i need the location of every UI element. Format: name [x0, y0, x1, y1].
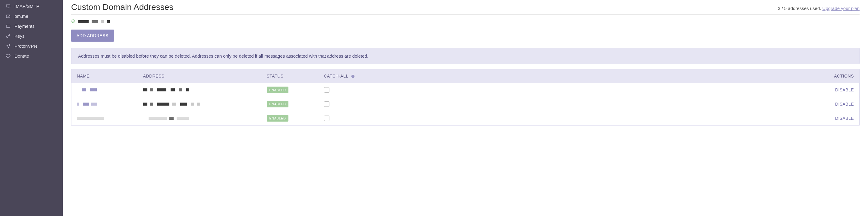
redacted-text	[191, 103, 194, 106]
usage-count: 3 / 5 addresses used.	[778, 6, 823, 11]
key-icon	[5, 34, 11, 38]
redacted-text	[157, 88, 166, 91]
sidebar-item-label: Payments	[14, 24, 35, 29]
table-row: ENABLED DISABLE	[71, 83, 860, 97]
col-name: NAME	[71, 70, 138, 83]
redacted-text	[150, 103, 153, 106]
heart-icon	[5, 54, 11, 58]
sidebar-item-pmme[interactable]: pm.me	[0, 11, 63, 21]
redacted-text	[170, 88, 175, 91]
status-badge: ENABLED	[267, 101, 289, 107]
svg-rect-0	[6, 4, 10, 7]
svg-text:i: i	[352, 75, 353, 78]
catchall-checkbox[interactable]	[324, 115, 330, 121]
col-catchall: CATCH-ALL i	[318, 70, 433, 83]
svg-point-6	[7, 36, 8, 37]
redacted-text	[91, 103, 97, 106]
sidebar-item-payments[interactable]: Payments	[0, 21, 63, 31]
status-badge: ENABLED	[267, 115, 289, 122]
sidebar-item-protonvpn[interactable]: ProtonVPN	[0, 41, 63, 51]
sidebar-item-label: Keys	[14, 33, 24, 38]
main-content: Custom Domain Addresses 3 / 5 addresses …	[63, 0, 868, 216]
catchall-checkbox[interactable]	[324, 101, 330, 107]
sidebar-item-label: pm.me	[14, 14, 28, 19]
card-icon	[5, 24, 11, 29]
svg-rect-4	[6, 25, 10, 27]
upgrade-link[interactable]: Upgrade your plan	[823, 6, 860, 11]
sidebar-item-imap-smtp[interactable]: IMAP/SMTP	[0, 1, 63, 11]
redacted-text	[197, 103, 200, 106]
info-icon[interactable]: i	[351, 74, 355, 78]
monitor-icon	[5, 4, 11, 9]
col-address: ADDRESS	[138, 70, 261, 83]
disable-link[interactable]: DISABLE	[835, 102, 854, 107]
redacted-text	[90, 88, 97, 91]
redacted-text	[186, 88, 189, 91]
sidebar-item-label: IMAP/SMTP	[14, 4, 39, 9]
disable-link[interactable]: DISABLE	[835, 116, 854, 121]
redacted-text	[77, 103, 79, 106]
addresses-table: NAME ADDRESS STATUS CATCH-ALL i ACTIONS	[71, 69, 860, 126]
redacted-text	[101, 20, 104, 23]
usage-text: 3 / 5 addresses used. Upgrade your plan	[778, 6, 860, 11]
table-row: ENABLED DISABLE	[71, 97, 860, 111]
send-icon	[5, 44, 11, 49]
check-icon	[71, 19, 75, 24]
page-title: Custom Domain Addresses	[71, 2, 173, 12]
sidebar-item-label: Donate	[14, 53, 29, 58]
col-status: STATUS	[261, 70, 318, 83]
add-address-button[interactable]: ADD ADDRESS	[71, 30, 114, 42]
redacted-text	[172, 103, 176, 106]
disable-link[interactable]: DISABLE	[835, 87, 854, 92]
svg-marker-9	[6, 44, 10, 48]
envelope-icon	[5, 14, 11, 19]
svg-point-10	[72, 20, 75, 23]
sidebar-item-keys[interactable]: Keys	[0, 31, 63, 41]
page-header: Custom Domain Addresses 3 / 5 addresses …	[71, 2, 860, 15]
redacted-text	[169, 117, 174, 120]
redacted-text	[77, 117, 104, 120]
redacted-text	[92, 20, 98, 23]
table-row: ENABLED DISABLE	[71, 111, 860, 126]
redacted-text	[150, 88, 153, 91]
redacted-text	[157, 103, 169, 106]
redacted-text	[107, 20, 110, 23]
svg-line-8	[9, 35, 10, 35]
redacted-text	[143, 88, 147, 91]
sidebar: IMAP/SMTP pm.me Payments Keys ProtonVPN	[0, 0, 63, 216]
redacted-text	[149, 117, 167, 120]
redacted-text	[180, 103, 187, 106]
redacted-text	[179, 88, 182, 91]
redacted-text	[83, 103, 89, 106]
col-actions: ACTIONS	[433, 70, 860, 83]
catchall-checkbox[interactable]	[324, 87, 330, 92]
sidebar-item-label: ProtonVPN	[14, 44, 37, 49]
redacted-text	[79, 20, 89, 23]
redacted-text	[143, 103, 147, 106]
redacted-text	[82, 88, 86, 91]
domain-indicator	[71, 19, 860, 24]
redacted-text	[177, 117, 189, 120]
status-badge: ENABLED	[267, 87, 289, 93]
sidebar-item-donate[interactable]: Donate	[0, 51, 63, 61]
info-banner: Addresses must be disabled before they c…	[71, 48, 860, 64]
